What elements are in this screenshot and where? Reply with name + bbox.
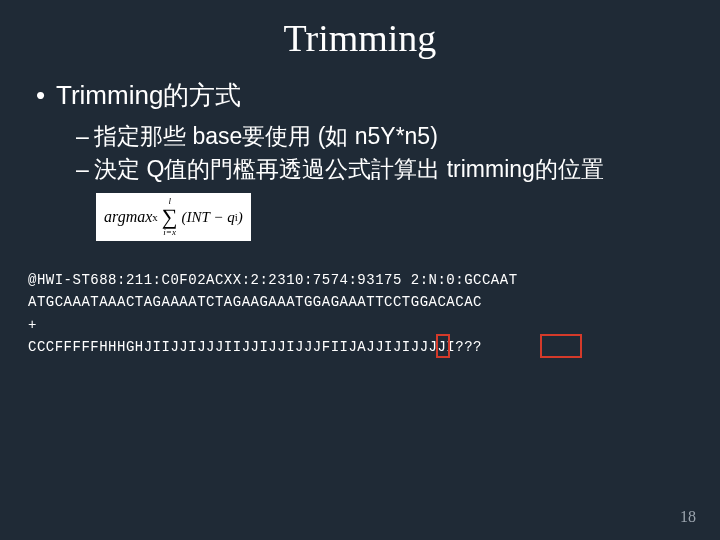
fastq-block: @HWI-ST688:211:C0F02ACXX:2:2310:7574:931…: [0, 241, 720, 359]
fastq-line-3: +: [28, 317, 37, 333]
formula-argmax: argmax: [104, 208, 152, 226]
bullet-level-2: –指定那些 base要使用 (如 n5Y*n5): [36, 121, 684, 152]
fastq-line-1: @HWI-ST688:211:C0F02ACXX:2:2310:7574:931…: [28, 272, 518, 288]
bullet-2a-text: 指定那些 base要使用 (如 n5Y*n5): [94, 123, 438, 149]
fastq-line-4: CCCFFFFFHHHGHJIIJJIJJJIIJJIJJIJJJFIIJAJJ…: [28, 339, 482, 355]
fastq-quality-line: CCCFFFFFHHHGHJIIJJIJJJIIJJIJJIJJJFIIJAJJ…: [28, 336, 482, 358]
sigma-icon: l ∑ i=x: [162, 197, 178, 237]
highlight-box-2: [540, 334, 582, 358]
bullet-dash: –: [76, 154, 94, 185]
formula-close: ): [238, 209, 243, 226]
formula-body: (INT − q: [181, 209, 234, 226]
bullet-2b-text: 決定 Q值的門檻再透過公式計算出 trimming的位置: [94, 156, 604, 182]
bullet-level-1: •Trimming的方式: [36, 78, 684, 113]
formula-sub-x: x: [152, 211, 158, 223]
bullet-level-2: –決定 Q值的門檻再透過公式計算出 trimming的位置: [36, 154, 684, 185]
fastq-line-2: ATGCAAATAAACTAGAAAATCTAGAAGAAATGGAGAAATT…: [28, 294, 482, 310]
bullet-dot: •: [36, 80, 56, 111]
bullet-dash: –: [76, 121, 94, 152]
sigma-symbol: ∑: [162, 206, 178, 228]
sigma-bottom: i=x: [163, 228, 176, 237]
bullet-1-text: Trimming的方式: [56, 80, 241, 110]
formula-image: argmaxx l ∑ i=x (INT − qi): [96, 193, 251, 241]
slide-title: Trimming: [0, 0, 720, 60]
content-area: •Trimming的方式 –指定那些 base要使用 (如 n5Y*n5) –決…: [0, 60, 720, 241]
page-number: 18: [680, 508, 696, 526]
